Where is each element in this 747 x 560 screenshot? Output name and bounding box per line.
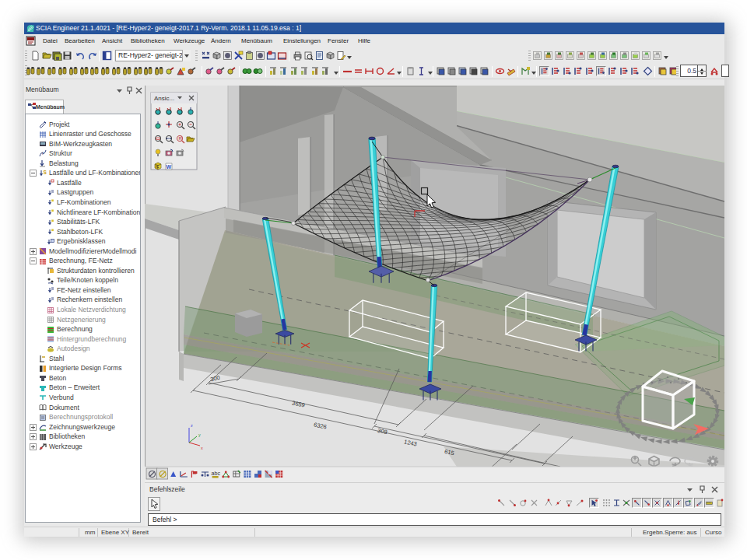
svg-text:S: S [44, 170, 47, 175]
svg-text:Ansic...: Ansic... [154, 95, 174, 102]
svg-text:y: y [198, 432, 201, 437]
svg-text:R: R [179, 136, 183, 141]
svg-text:z: z [191, 423, 193, 428]
svg-text:x: x [201, 446, 203, 450]
svg-text:W: W [167, 164, 172, 170]
svg-text:C: C [156, 164, 160, 169]
svg-text:abc: abc [212, 471, 221, 476]
